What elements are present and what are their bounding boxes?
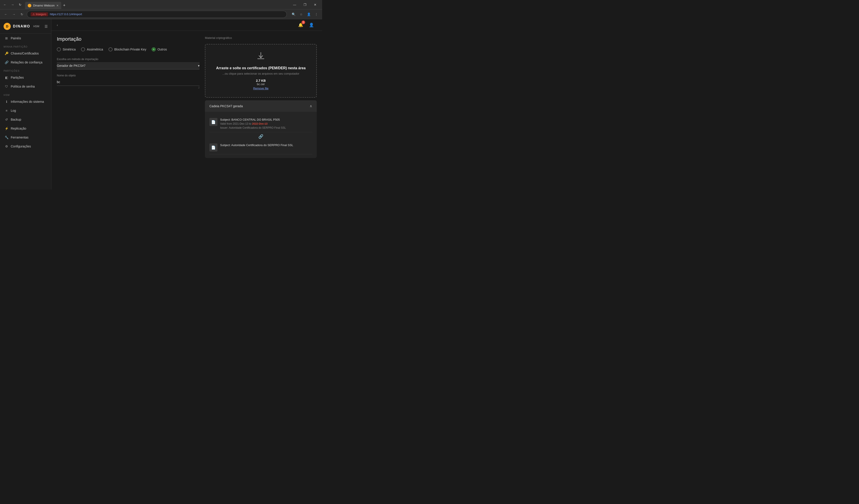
- sidebar-item-configuracoes[interactable]: ⚙ Configurações: [1, 142, 50, 151]
- address-url: https://127.0.0.1/#/import: [50, 13, 82, 16]
- paineis-icon: ⊞: [4, 36, 9, 40]
- back-button[interactable]: ←: [2, 2, 8, 8]
- pkcs7-chevron-icon: ∧: [310, 104, 312, 108]
- radio-blockchain-circle: [108, 47, 112, 51]
- import-method-select[interactable]: Gerador de PKCS#7 ▾: [57, 62, 199, 69]
- refresh-button[interactable]: ↻: [17, 2, 23, 8]
- sidebar-item-label: Informações do sistema: [11, 100, 44, 104]
- notification-badge: 1: [302, 20, 305, 24]
- address-bar: ← → ↻ ⚠ Inseguro https://127.0.0.1/#/imp…: [0, 10, 322, 19]
- sidebar-item-politica[interactable]: 🛡 Política de senha: [1, 82, 50, 91]
- pkcs7-content: 📄 Subject: BANCO CENTRAL DO BRASIL P505 …: [205, 112, 317, 158]
- remove-file-button[interactable]: Remove file: [253, 87, 269, 90]
- form-panel: Importação Simétrica Assimétrica Blockch…: [57, 36, 199, 184]
- file-size: 2.7 KB: [211, 79, 311, 82]
- forward-button[interactable]: →: [10, 2, 16, 8]
- radio-blockchain[interactable]: Blockchain Private Key: [108, 47, 146, 51]
- sidebar-item-ferramentas[interactable]: 🔧 Ferramentas: [1, 133, 50, 142]
- page-title: Importação: [57, 36, 199, 42]
- sidebar-item-chaves[interactable]: 🔑 Chaves/Certificados: [1, 49, 50, 58]
- tab-label: Dinamo Webcon: [33, 4, 55, 7]
- sidebar: D DINAMO HSM ☰ ⊞ Painéis Minha partição …: [0, 19, 51, 189]
- menu-icon-button[interactable]: ⋮: [313, 11, 319, 17]
- sidebar-item-backup[interactable]: ↺ Backup: [1, 115, 50, 124]
- cert-valid-to-1: 2022-Dec-13: [252, 122, 268, 125]
- object-name-counter: 2: [57, 86, 199, 89]
- profile-icon-button[interactable]: 👤: [305, 11, 312, 17]
- content-area: Importação Simétrica Assimétrica Blockch…: [51, 31, 322, 189]
- sidebar-item-replicacao[interactable]: ⚡ Replicação: [1, 124, 50, 133]
- material-label: Material criptográfico: [205, 36, 317, 40]
- radio-simetrica-label: Simétrica: [63, 48, 76, 51]
- maximize-button[interactable]: ❐: [300, 0, 310, 10]
- top-right-icons: 🔔 1 👤: [297, 21, 318, 29]
- sidebar-header: D DINAMO HSM ☰: [0, 19, 51, 34]
- file-name: bc.cer: [211, 82, 311, 86]
- sidebar-item-label: Chaves/Certificados: [11, 52, 39, 55]
- radio-simetrica[interactable]: Simétrica: [57, 47, 76, 51]
- sidebar-item-label: Painéis: [11, 36, 21, 40]
- radio-blockchain-label: Blockchain Private Key: [114, 48, 146, 51]
- radio-outros-label: Outros: [157, 48, 167, 51]
- radio-outros[interactable]: Outros: [152, 47, 167, 51]
- collapse-sidebar-button[interactable]: ‹: [55, 22, 60, 28]
- logo-icon: D: [3, 23, 11, 30]
- logo-name: DINAMO: [13, 25, 30, 28]
- close-button[interactable]: ✕: [310, 0, 320, 10]
- sidebar-item-log[interactable]: ≡ Log: [1, 106, 50, 115]
- cert-row-1: 📄 Subject: BANCO CENTRAL DO BRASIL P505 …: [209, 115, 312, 132]
- cert-valid-1: Valid from 2021-Dec-13 to 2022-Dec-13: [220, 122, 312, 125]
- browser-nav-controls: ← → ↻: [2, 2, 23, 8]
- active-tab[interactable]: Dinamo Webcon ✕: [25, 2, 61, 10]
- sidebar-item-label: Relações de confiança: [11, 61, 43, 64]
- import-method-group: Escolha um método de importação Gerador …: [57, 58, 199, 69]
- file-drop-zone[interactable]: Arraste e solte os certificados (PEM/DER…: [205, 44, 317, 98]
- relacoes-icon: 🔗: [4, 60, 9, 64]
- chain-link-icon: 🔗: [209, 132, 312, 141]
- partition-section-label: Minha partição: [0, 43, 51, 49]
- cert-icon-2: 📄: [209, 143, 217, 152]
- radio-assimetrica-circle: [81, 47, 85, 51]
- tab-close-button[interactable]: ✕: [56, 4, 59, 7]
- ferramentas-icon: 🔧: [4, 136, 9, 139]
- drop-zone-title: Arraste e solte os certificados (PEM/DER…: [211, 66, 311, 70]
- sidebar-item-paineis[interactable]: ⊞ Painéis: [1, 34, 50, 43]
- bookmark-icon-button[interactable]: ☆: [298, 11, 304, 17]
- main-content: ‹ 🔔 1 👤 Importação Simétrica: [51, 19, 322, 189]
- drop-zone-subtitle: ...ou clique para selecionar os arquivos…: [211, 72, 311, 75]
- sidebar-item-relacoes[interactable]: 🔗 Relações de confiança: [1, 58, 50, 66]
- sidebar-item-label: Replicação: [11, 127, 26, 130]
- particoes-icon: ◧: [4, 76, 9, 80]
- object-name-group: Nome do objeto 2: [57, 74, 199, 89]
- sidebar-item-particoes[interactable]: ◧ Partições: [1, 73, 50, 82]
- pkcs7-title: Cadeia PKCS#7 gerada: [209, 104, 243, 108]
- new-tab-button[interactable]: +: [61, 2, 67, 10]
- tab-favicon: [28, 4, 31, 7]
- import-method-label: Escolha um método de importação: [57, 58, 199, 61]
- user-profile-button[interactable]: 👤: [308, 21, 315, 29]
- nav-back-button[interactable]: ←: [3, 11, 9, 17]
- select-chevron-icon: ▾: [198, 64, 199, 67]
- backup-icon: ↺: [4, 117, 9, 122]
- sidebar-item-label: Configurações: [11, 144, 31, 148]
- cert-subject-1: Subject: BANCO CENTRAL DO BRASIL P505: [220, 118, 312, 121]
- pkcs7-header[interactable]: Cadeia PKCS#7 gerada ∧: [205, 100, 317, 112]
- tab-bar: Dinamo Webcon ✕ +: [25, 0, 67, 10]
- sidebar-item-informacoes[interactable]: ℹ Informações do sistema: [1, 97, 50, 106]
- sidebar-item-label: Ferramentas: [11, 136, 28, 139]
- hsm-section-label: HSM: [0, 91, 51, 97]
- search-icon-button[interactable]: 🔍: [290, 11, 297, 17]
- nav-forward-button[interactable]: →: [11, 11, 17, 17]
- object-name-input[interactable]: [57, 78, 199, 86]
- radio-simetrica-circle: [57, 47, 61, 51]
- informacoes-icon: ℹ: [4, 100, 9, 104]
- import-method-value: Gerador de PKCS#7: [57, 64, 86, 67]
- nav-refresh-button[interactable]: ↻: [19, 11, 25, 17]
- radio-assimetrica-label: Assimétrica: [87, 48, 103, 51]
- menu-toggle-button[interactable]: ☰: [45, 25, 48, 29]
- app-layout: D DINAMO HSM ☰ ⊞ Painéis Minha partição …: [0, 19, 322, 189]
- radio-assimetrica[interactable]: Assimétrica: [81, 47, 103, 51]
- address-input-bar[interactable]: ⚠ Inseguro https://127.0.0.1/#/import: [27, 11, 287, 18]
- file-info: 2.7 KB bc.cer Remove file: [211, 79, 311, 90]
- minimize-button[interactable]: —: [289, 0, 300, 10]
